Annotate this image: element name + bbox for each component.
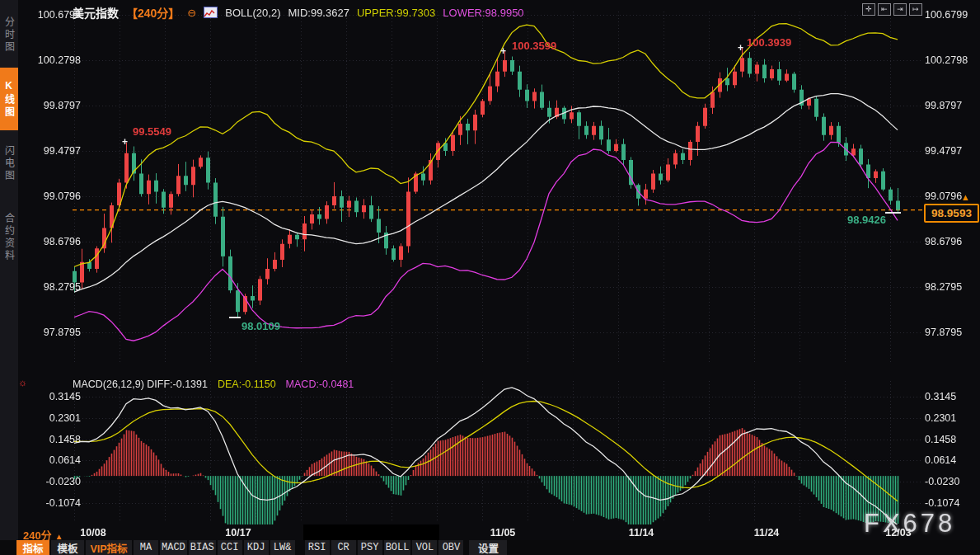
high-marker-3: +	[738, 45, 743, 51]
date-label-1: 10/08	[67, 527, 120, 539]
high-annotation-1: 99.5549	[133, 125, 171, 138]
toolbar-item-CCI[interactable]: CCI	[218, 540, 242, 555]
toolbar-item-指标[interactable]: 指标	[16, 540, 49, 555]
pan-icon[interactable]: ✛	[862, 3, 875, 16]
boll-indicator-label: BOLL(20,2)	[225, 7, 280, 19]
blackout-box	[303, 524, 439, 540]
toolbar-item-模板[interactable]: 模板	[51, 540, 84, 555]
toolbar-item-MA[interactable]: MA	[134, 540, 158, 555]
minus-circle-icon[interactable]: ⊖	[187, 7, 196, 19]
macd-label-right-6: -0.1074	[925, 497, 980, 509]
boll-lower-value: LOWER:98.9950	[443, 7, 523, 19]
date-label-3: 11/05	[476, 527, 529, 539]
chart-canvas[interactable]	[0, 0, 980, 555]
toolbar-item-KDJ[interactable]: KDJ	[244, 540, 269, 555]
macd-label-right-2: 0.2301	[925, 412, 980, 424]
toolbar-item-LW&[interactable]: LW&	[270, 540, 295, 555]
toolbar-item-OBV[interactable]: OBV	[438, 540, 463, 555]
current-price-box: 98.9593	[924, 204, 979, 223]
toolbar-item-VIP指标[interactable]: VIP指标	[86, 540, 132, 555]
macd-bar-value: MACD:-0.0481	[286, 379, 354, 390]
date-label-4: 11/14	[615, 527, 668, 539]
scale-right-icon[interactable]: ⇥	[893, 3, 907, 16]
high-annotation-3: 100.3939	[747, 36, 791, 49]
date-label-5: 11/24	[740, 527, 793, 539]
price-label-right-8: 97.8795	[925, 327, 980, 338]
price-label-right-5: 99.0796	[925, 190, 980, 202]
macd-dea-value: DEA:-0.1150	[218, 379, 276, 390]
price-label-left-8: 97.8795	[21, 327, 81, 338]
period-badge[interactable]: 【240分】	[126, 4, 180, 21]
date-label-2: 10/17	[212, 527, 265, 539]
macd-header: MACD(26,12,9) DIFF:-0.1391 DEA:-0.1150 M…	[73, 379, 354, 390]
boll-mid-value: MID:99.3627	[288, 7, 349, 19]
chart-header: 美元指数 【240分】 ⊖ BOLL(20,2) MID:99.3627 UPP…	[73, 4, 524, 21]
sidebar-item-2[interactable]: K线图	[0, 68, 18, 130]
sidebar-item-1[interactable]: 分时图	[0, 3, 18, 66]
toolbar-item-PSY[interactable]: PSY	[358, 540, 382, 555]
price-label-left-4: 99.4797	[21, 145, 81, 157]
macd-label-right-5: -0.0230	[925, 476, 980, 487]
low-marker-2	[885, 212, 901, 214]
chart-type-sidebar: 分时图K线图闪电图合约资料	[0, 0, 18, 555]
low-annotation-1: 98.0109	[241, 320, 280, 332]
sidebar-item-3[interactable]: 闪电图	[0, 132, 18, 195]
fx678-watermark: FX678	[864, 509, 955, 539]
price-label-left-6: 98.6796	[21, 236, 81, 247]
macd-label-left-5: -0.0230	[21, 476, 81, 487]
price-label-right-3: 99.8797	[925, 100, 980, 111]
low-marker-1	[229, 317, 241, 318]
trading-chart-window: 分时图K线图闪电图合约资料 美元指数 【240分】 ⊖ BOLL(20,2) M…	[0, 0, 980, 555]
price-label-right-4: 99.4797	[925, 145, 980, 157]
price-label-left-2: 100.2798	[21, 54, 81, 66]
high-marker-2: +	[500, 48, 506, 54]
macd-label-left-3: 0.1458	[21, 434, 81, 445]
toolbar-item-MACD[interactable]: MACD	[160, 540, 187, 555]
sidebar-item-4[interactable]: 合约资料	[0, 196, 18, 279]
price-up-arrow-icon: ▲	[961, 192, 970, 202]
toolbar-item-设置[interactable]: 设置	[469, 540, 507, 555]
price-label-right-7: 98.2795	[925, 281, 980, 293]
toolbar-item-CR[interactable]: CR	[331, 540, 356, 555]
price-label-right-6: 98.6796	[925, 236, 980, 247]
macd-label-left-1: 0.3145	[21, 391, 81, 402]
boll-upper-value: UPPER:99.7303	[357, 7, 435, 19]
chart-type-icon[interactable]	[204, 7, 218, 18]
scale-left-icon[interactable]: ⇤	[878, 3, 891, 16]
macd-label-right-3: 0.1458	[925, 434, 980, 445]
toolbar-item-BIAS[interactable]: BIAS	[189, 540, 216, 555]
price-label-right-2: 100.2798	[925, 54, 980, 66]
chart-tool-icons: ✛⇤⇥↦	[862, 3, 922, 16]
high-annotation-2: 100.3599	[512, 40, 556, 52]
macd-label-left-4: 0.0614	[21, 454, 81, 466]
toolbar-item-BOLL[interactable]: BOLL	[384, 540, 411, 555]
macd-label-right-4: 0.0614	[925, 454, 980, 466]
macd-label-left-6: -0.1074	[21, 497, 81, 509]
toolbar-item-VOL[interactable]: VOL	[412, 540, 437, 555]
low-annotation-2: 98.9426	[847, 214, 886, 226]
shift-right-icon[interactable]: ↦	[909, 3, 922, 16]
price-label-right-1: 100.6799	[925, 9, 980, 21]
high-marker-1: +	[122, 139, 128, 145]
indicator-settings-icon[interactable]: ☼	[18, 377, 27, 388]
indicator-toolbar: 指标模板VIP指标MAMACDBIASCCIKDJLW&RSICRPSYBOLL…	[0, 540, 980, 555]
price-label-left-7: 98.2795	[21, 281, 81, 293]
toolbar-item-RSI[interactable]: RSI	[305, 540, 330, 555]
macd-diff-value: MACD(26,12,9) DIFF:-0.1391	[73, 379, 208, 390]
price-label-left-5: 99.0796	[21, 190, 81, 202]
symbol-title: 美元指数	[73, 4, 119, 21]
macd-label-right-1: 0.3145	[925, 391, 980, 402]
price-label-left-3: 99.8797	[21, 100, 81, 111]
macd-label-left-2: 0.2301	[21, 412, 81, 424]
